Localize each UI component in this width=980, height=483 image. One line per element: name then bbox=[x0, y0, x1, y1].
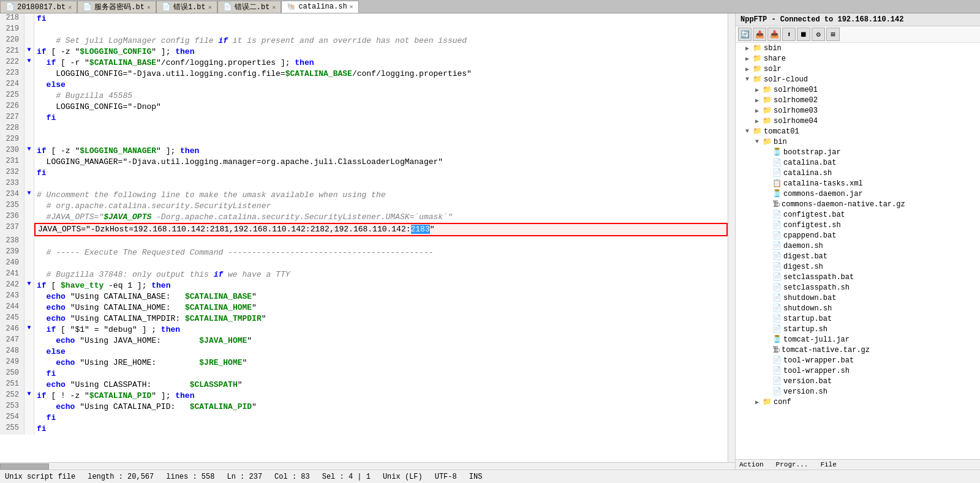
tree-item-tomcat-juli-jar[interactable]: 🫙tomcat-juli.jar bbox=[736, 334, 980, 345]
fold-col-221[interactable]: ▼ bbox=[24, 47, 34, 58]
line-content-240[interactable] bbox=[34, 258, 728, 269]
ftp-tree[interactable]: ▶📁sbin▶📁share▶📁solr▼📁solr-cloud▶📁solrhom… bbox=[736, 43, 980, 459]
line-content-222[interactable]: if [ -r "$CATALINA_BASE"/conf/logging.pr… bbox=[34, 58, 728, 69]
line-content-235[interactable]: # org.apache.catalina.security.SecurityL… bbox=[34, 201, 728, 212]
ftp-btn-refresh[interactable]: 🔄 bbox=[738, 28, 752, 41]
tree-item-digest-sh[interactable]: 📄digest.sh bbox=[736, 261, 980, 272]
fold-col-230[interactable]: ▼ bbox=[24, 146, 34, 157]
tree-item-shutdown-sh[interactable]: 📄shutdown.sh bbox=[736, 303, 980, 313]
line-content-225[interactable]: # Bugzilla 45585 bbox=[34, 91, 728, 102]
tab-20180817[interactable]: 📄 20180817.bt ✕ bbox=[0, 1, 77, 13]
line-content-226[interactable]: LOGGING_CONFIG="-Dnop" bbox=[34, 102, 728, 113]
line-content-229[interactable] bbox=[34, 135, 728, 146]
line-content-219[interactable] bbox=[34, 24, 728, 36]
fold-marker-230[interactable]: ▼ bbox=[27, 146, 31, 152]
tab-catalina[interactable]: 🐚 catalina.sh ✕ bbox=[281, 1, 358, 13]
tree-item-daemon-sh[interactable]: 📄daemon.sh bbox=[736, 241, 980, 251]
tree-item-version-sh[interactable]: 📄version.sh bbox=[736, 386, 980, 397]
fold-col-234[interactable]: ▼ bbox=[24, 190, 34, 201]
line-content-237[interactable]: JAVA_OPTS="-DzkHost=192.168.110.142:2181… bbox=[34, 223, 728, 236]
ftp-btn-upload[interactable]: 📤 bbox=[753, 28, 766, 41]
ftp-btn-stop[interactable]: ⏹ bbox=[797, 28, 810, 41]
ftp-btn-grid[interactable]: ⊞ bbox=[826, 28, 840, 41]
vertical-scrollbar[interactable] bbox=[728, 13, 735, 462]
tree-item-solr-cloud[interactable]: ▼📁solr-cloud bbox=[736, 74, 980, 84]
line-content-221[interactable]: if [ -z "$LOGGING_CONFIG" ]; then bbox=[34, 47, 728, 58]
tab-close-error2[interactable]: ✕ bbox=[272, 4, 276, 11]
line-content-236[interactable]: #JAVA_OPTS="$JAVA_OPTS -Dorg.apache.cata… bbox=[34, 212, 728, 223]
tree-item-startup-sh[interactable]: 📄startup.sh bbox=[736, 324, 980, 334]
line-content-246[interactable]: if [ "$1" = "debug" ] ; then bbox=[34, 324, 728, 335]
fold-marker-252[interactable]: ▼ bbox=[27, 391, 31, 397]
fold-col-252[interactable]: ▼ bbox=[24, 391, 34, 402]
tree-item-setclasspath-sh[interactable]: 📄setclasspath.sh bbox=[736, 282, 980, 293]
line-content-218[interactable]: fi bbox=[34, 13, 728, 24]
tab-server-pwd[interactable]: 📄 服务器密码.bt ✕ bbox=[77, 1, 156, 13]
tree-item-solrhome04[interactable]: ▶📁solrhome04 bbox=[736, 116, 980, 126]
tree-item-share[interactable]: ▶📁share bbox=[736, 53, 980, 64]
fold-col-222[interactable]: ▼ bbox=[24, 58, 34, 69]
line-content-239[interactable]: # ----- Execute The Requested Command --… bbox=[34, 247, 728, 258]
line-content-245[interactable]: echo "Using CATALINA_TMPDIR: $CATALINA_T… bbox=[34, 313, 728, 324]
line-content-253[interactable]: echo "Using CATALINA_PID: $CATALINA_PID" bbox=[34, 402, 728, 413]
tree-item-shutdown-bat[interactable]: 📄shutdown.bat bbox=[736, 293, 980, 303]
tree-item-digest-bat[interactable]: 📄digest.bat bbox=[736, 251, 980, 261]
tab-close-error1[interactable]: ✕ bbox=[208, 4, 212, 11]
line-content-227[interactable]: fi bbox=[34, 113, 728, 124]
editor-content[interactable]: 218fi219 220 # Set juli LogManager confi… bbox=[0, 13, 728, 462]
line-content-248[interactable]: else bbox=[34, 346, 728, 358]
line-content-251[interactable]: echo "Using CLASSPATH: $CLASSPATH" bbox=[34, 380, 728, 391]
tree-item-solrhome03[interactable]: ▶📁solrhome03 bbox=[736, 105, 980, 116]
tree-item-sbin[interactable]: ▶📁sbin bbox=[736, 43, 980, 53]
line-content-244[interactable]: echo "Using CATALINA_HOME: $CATALINA_HOM… bbox=[34, 302, 728, 313]
tree-item-tomcat01[interactable]: ▼📁tomcat01 bbox=[736, 126, 980, 137]
tree-item-solr[interactable]: ▶📁solr bbox=[736, 64, 980, 74]
tree-item-version-bat[interactable]: 📄version.bat bbox=[736, 376, 980, 386]
line-content-255[interactable]: fi bbox=[34, 424, 728, 435]
ftp-btn-up[interactable]: ⬆ bbox=[782, 28, 796, 41]
tab-close-catalina[interactable]: ✕ bbox=[350, 3, 353, 10]
tree-item-configtest-bat[interactable]: 📄configtest.bat bbox=[736, 209, 980, 220]
line-content-224[interactable]: else bbox=[34, 80, 728, 91]
tree-item-solrhome02[interactable]: ▶📁solrhome02 bbox=[736, 95, 980, 105]
line-content-250[interactable]: fi bbox=[34, 369, 728, 380]
line-content-238[interactable] bbox=[34, 236, 728, 247]
tree-item-commons-daemon-native-tar-gz[interactable]: 🗜commons-daemon-native.tar.gz bbox=[736, 199, 980, 209]
fold-marker-234[interactable]: ▼ bbox=[27, 190, 31, 197]
tree-item-catalina-bat[interactable]: 📄catalina.bat bbox=[736, 157, 980, 168]
tree-item-catalina-tasks-xml[interactable]: 📋catalina-tasks.xml bbox=[736, 178, 980, 189]
tree-item-tool-wrapper-bat[interactable]: 📄tool-wrapper.bat bbox=[736, 355, 980, 365]
tree-item-configtest-sh[interactable]: 📄configtest.sh bbox=[736, 220, 980, 230]
horizontal-scrollbar[interactable] bbox=[0, 462, 735, 470]
tree-item-setclasspath-bat[interactable]: 📄setclasspath.bat bbox=[736, 272, 980, 282]
tree-item-cpappend-bat[interactable]: 📄cpappend.bat bbox=[736, 230, 980, 241]
tree-item-bootstrap-jar[interactable]: 🫙bootstrap.jar bbox=[736, 147, 980, 157]
line-content-220[interactable]: # Set juli LogManager config file if it … bbox=[34, 36, 728, 47]
fold-col-246[interactable]: ▼ bbox=[24, 324, 34, 335]
line-content-247[interactable]: echo "Using JAVA_HOME: $JAVA_HOME" bbox=[34, 335, 728, 346]
line-content-232[interactable]: fi bbox=[34, 168, 728, 179]
tab-close-20180817[interactable]: ✕ bbox=[68, 4, 72, 11]
line-content-230[interactable]: if [ -z "$LOGGING_MANAGER" ]; then bbox=[34, 146, 728, 157]
line-content-243[interactable]: echo "Using CATALINA_BASE: $CATALINA_BAS… bbox=[34, 291, 728, 302]
tree-item-catalina-sh[interactable]: 📄catalina.sh bbox=[736, 168, 980, 178]
line-content-223[interactable]: LOGGING_CONFIG="-Djava.util.logging.conf… bbox=[34, 69, 728, 80]
tree-item-bin[interactable]: ▼📁bin bbox=[736, 137, 980, 147]
ftp-btn-settings[interactable]: ⚙ bbox=[812, 28, 825, 41]
h-scroll-thumb[interactable] bbox=[0, 463, 49, 470]
line-content-234[interactable]: # Uncomment the following line to make t… bbox=[34, 190, 728, 201]
line-content-242[interactable]: if [ $have_tty -eq 1 ]; then bbox=[34, 280, 728, 291]
fold-marker-246[interactable]: ▼ bbox=[27, 324, 31, 331]
fold-col-242[interactable]: ▼ bbox=[24, 280, 34, 291]
tree-item-tomcat-native-tar-gz[interactable]: 🗜tomcat-native.tar.gz bbox=[736, 345, 980, 355]
line-content-241[interactable]: # Bugzilla 37848: only output this if we… bbox=[34, 269, 728, 280]
fold-marker-242[interactable]: ▼ bbox=[27, 280, 31, 287]
tab-close-server[interactable]: ✕ bbox=[147, 4, 151, 11]
line-content-228[interactable] bbox=[34, 124, 728, 135]
tree-item-tool-wrapper-sh[interactable]: 📄tool-wrapper.sh bbox=[736, 365, 980, 376]
line-content-233[interactable] bbox=[34, 179, 728, 190]
tree-item-commons-daemon-jar[interactable]: 🫙commons-daemon.jar bbox=[736, 189, 980, 199]
line-content-254[interactable]: fi bbox=[34, 413, 728, 424]
tree-item-solrhome01[interactable]: ▶📁solrhome01 bbox=[736, 84, 980, 95]
tree-item-conf[interactable]: ▶📁conf bbox=[736, 397, 980, 407]
